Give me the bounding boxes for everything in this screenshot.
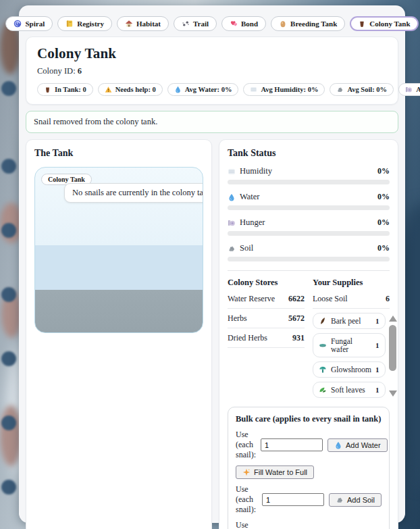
badge-avg-soil: Avg Soil: 0%	[330, 83, 394, 96]
badge-label: Needs help: 0	[115, 86, 156, 93]
bg-berry	[1, 223, 16, 238]
supply-item-label: Glowshroom	[331, 366, 371, 374]
store-row-water-reserve: Water Reserve 6622	[228, 289, 305, 309]
soil-amount-input[interactable]	[262, 493, 324, 506]
badge-in-tank: In Tank: 0	[37, 83, 93, 96]
supply-item-glowshroom[interactable]: Glowshroom 1	[313, 361, 386, 378]
supply-list: Bark peel 1 Fungal wafer 1 Glowshroom	[313, 313, 386, 398]
progress-track-water	[228, 205, 390, 210]
fungal-wafer-icon	[319, 341, 327, 349]
store-label: Herbs	[228, 313, 247, 324]
supply-item-label: Soft leaves	[331, 386, 365, 394]
tank-empty-tooltip: No snails are currently in the colony ta…	[64, 183, 203, 203]
store-label: Water Reserve	[228, 294, 275, 304]
tank-panel: The Tank Colony Tank No snails are curre…	[26, 139, 212, 529]
droplet-icon	[228, 193, 236, 201]
store-row-herbs: Herbs 5672	[228, 309, 305, 328]
badge-avg-humidity: Avg Humidity: 0%	[243, 83, 325, 96]
stat-label: Water	[240, 192, 260, 202]
bark-peel-icon	[319, 317, 327, 325]
scroll-down-icon[interactable]	[389, 391, 397, 397]
glowshroom-icon	[319, 366, 327, 374]
nav-tab-registry[interactable]: Registry	[57, 16, 112, 31]
app-card: Spiral Registry Habitat Trail Bond Breed…	[19, 5, 405, 523]
supply-item-soft-leaves[interactable]: Soft leaves 1	[313, 382, 386, 398]
tank-panel-title: The Tank	[34, 148, 203, 159]
nav-tab-label: Habitat	[136, 20, 161, 28]
supply-item-fungal-wafer[interactable]: Fungal wafer 1	[313, 333, 386, 357]
summary-badges: In Tank: 0 Needs help: 0 Avg Water: 0% A…	[37, 83, 387, 96]
supply-row-loose-soil: Loose Soil 6	[313, 289, 390, 309]
bg-berry	[1, 81, 16, 96]
use-label: Use (each snail):	[236, 430, 256, 460]
egg-icon	[279, 20, 287, 28]
button-label: Add Soil	[347, 496, 375, 504]
supplies-scrollbar[interactable]	[389, 313, 397, 398]
soil-icon	[228, 245, 236, 253]
badge-label: Avg Water: 0%	[185, 86, 232, 93]
nav-tab-label: Bond	[241, 20, 258, 28]
badge-label: In Tank: 0	[55, 86, 86, 93]
humidity-icon	[250, 86, 257, 93]
nav-tab-spiral[interactable]: Spiral	[5, 16, 53, 31]
droplet-icon	[334, 441, 342, 449]
spiral-icon	[14, 20, 22, 28]
bg-berry	[1, 287, 16, 302]
stat-value: 0%	[377, 166, 390, 176]
colony-id-value: 6	[78, 66, 82, 76]
supply-item-count: 1	[375, 317, 379, 325]
badge-label: Avg Hunger: 0%	[416, 86, 420, 93]
scrollbar-track[interactable]	[389, 325, 396, 387]
stat-label: Humidity	[240, 166, 272, 176]
bulk-care-box: Bulk care (applies to every snail in tan…	[228, 407, 390, 529]
nav-tab-habitat[interactable]: Habitat	[117, 16, 169, 31]
supply-item-label: Fungal wafer	[331, 337, 371, 353]
nav-tab-label: Colony Tank	[369, 20, 410, 28]
fill-water-to-full-button[interactable]: Fill Water to Full	[236, 465, 314, 479]
bulk-row-water: Use (each snail): Add Water	[236, 430, 382, 460]
registry-icon	[65, 20, 74, 28]
badge-label: Avg Soil: 0%	[347, 86, 387, 93]
habitat-icon	[125, 20, 133, 28]
droplet-icon	[174, 86, 182, 93]
nest-icon	[358, 20, 366, 28]
trail-icon	[182, 20, 190, 28]
nav-tab-bond[interactable]: Bond	[221, 16, 266, 31]
progress-track-hunger	[228, 231, 390, 236]
sparkle-icon	[242, 468, 251, 476]
stat-value: 0%	[377, 218, 390, 228]
bulk-row-fill: Fill Water to Full	[236, 465, 382, 479]
stat-row-water: Water 0%	[228, 192, 390, 202]
bulk-care-title: Bulk care (applies to every snail in tan…	[236, 414, 382, 424]
colony-stores: Colony Stores Water Reserve 6622 Herbs 5…	[228, 278, 305, 398]
stat-value: 0%	[377, 243, 390, 253]
nav-tab-breeding-tank[interactable]: Breeding Tank	[271, 16, 345, 31]
store-row-dried-herbs: Dried Herbs 931	[228, 328, 305, 348]
supply-item-label: Bark peel	[331, 317, 361, 325]
add-soil-button[interactable]: Add Soil	[329, 493, 382, 507]
nav-tab-trail[interactable]: Trail	[174, 16, 217, 31]
hunger-icon	[405, 86, 413, 93]
stat-row-soil: Soil 0%	[228, 243, 390, 253]
store-value: 931	[292, 333, 305, 343]
scrollbar-thumb[interactable]	[389, 325, 396, 371]
status-panel-title: Tank Status	[228, 148, 390, 159]
page-title: Colony Tank	[37, 45, 387, 62]
bg-berry	[1, 351, 16, 366]
supply-item-count: 1	[375, 341, 379, 349]
scroll-up-icon[interactable]	[389, 316, 397, 322]
stat-row-humidity: Humidity 0%	[228, 166, 390, 176]
soil-icon	[336, 86, 344, 93]
supply-item-count: 1	[375, 366, 379, 374]
water-amount-input[interactable]	[261, 438, 323, 451]
supply-value: 6	[386, 294, 390, 304]
badge-label: Avg Humidity: 0%	[261, 86, 318, 93]
supply-item-bark-peel[interactable]: Bark peel 1	[313, 313, 386, 329]
divider	[228, 270, 390, 271]
progress-track-humidity	[228, 180, 390, 184]
badge-needs-help: Needs help: 0	[98, 83, 163, 96]
nav-tab-label: Breeding Tank	[290, 20, 337, 28]
add-water-button[interactable]: Add Water	[327, 438, 388, 452]
tank-visualization: Colony Tank No snails are currently in t…	[34, 167, 203, 333]
nav-tab-colony-tank[interactable]: Colony Tank	[350, 16, 418, 31]
